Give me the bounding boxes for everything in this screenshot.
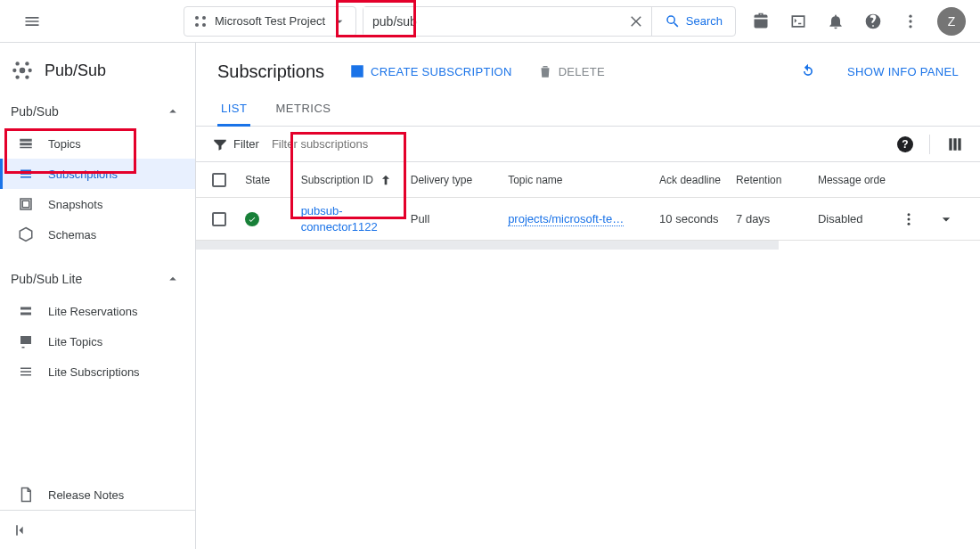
nav-item-label: Lite Topics xyxy=(48,335,102,348)
svg-point-12 xyxy=(15,75,19,78)
service-title: Pub/Sub xyxy=(45,61,106,80)
help-button[interactable] xyxy=(855,4,891,39)
row-delivery-type: Pull xyxy=(411,212,508,225)
delete-button[interactable]: Delete xyxy=(537,63,605,79)
main-header: Subscriptions Create Subscription Delete… xyxy=(196,43,980,94)
notifications-button[interactable] xyxy=(818,4,853,39)
nav-item-snapshots[interactable]: Snapshots xyxy=(0,189,195,219)
nav-item-label: Lite Subscriptions xyxy=(48,365,140,379)
more-button[interactable] xyxy=(893,4,928,39)
row-expand-button[interactable] xyxy=(937,210,955,228)
nav-group-pubsub[interactable]: Pub/Sub xyxy=(0,94,195,128)
col-header-ack-deadline[interactable]: Ack deadline xyxy=(659,174,736,186)
column-toggle-button[interactable] xyxy=(946,135,964,153)
nav-item-topics[interactable]: Topics xyxy=(0,128,195,159)
row-ack-deadline: 10 seconds xyxy=(659,212,736,225)
horizontal-scrollbar[interactable] xyxy=(196,241,779,250)
show-info-panel-button[interactable]: SHOW INFO PANEL xyxy=(847,65,959,78)
create-subscription-button[interactable]: Create Subscription xyxy=(349,63,512,79)
search-button[interactable]: Search xyxy=(651,7,735,36)
more-vert-icon xyxy=(902,12,919,30)
table-header-row: State Subscription ID Delivery type Topi… xyxy=(196,162,980,198)
nav-item-lite-subscriptions[interactable]: Lite Subscriptions xyxy=(0,356,195,387)
avatar-initial: Z xyxy=(948,14,956,29)
chevron-up-icon xyxy=(165,271,181,287)
nav-item-label: Lite Reservations xyxy=(48,305,137,318)
svg-point-1 xyxy=(202,16,206,20)
svg-point-9 xyxy=(29,69,32,72)
svg-point-2 xyxy=(195,23,199,27)
filter-input[interactable] xyxy=(268,134,888,154)
col-header-topic-name[interactable]: Topic name xyxy=(508,174,659,186)
col-header-state[interactable]: State xyxy=(245,174,301,186)
create-subscription-label: Create Subscription xyxy=(371,65,512,78)
cloud-shell-button[interactable] xyxy=(780,4,816,39)
sidebar: Pub/Sub Pub/Sub Topics Subscriptions Sna… xyxy=(0,43,196,549)
lite-topics-icon xyxy=(18,333,34,349)
nav-item-release-notes[interactable]: Release Notes xyxy=(0,479,195,510)
search-clear-button[interactable] xyxy=(623,13,651,29)
top-bar: Microsoft Test Project Search Z xyxy=(0,0,980,43)
svg-point-16 xyxy=(908,222,911,225)
svg-point-0 xyxy=(195,16,199,20)
col-header-message-ordering[interactable]: Message orde xyxy=(818,174,889,186)
svg-point-6 xyxy=(909,25,911,28)
svg-point-3 xyxy=(202,23,206,27)
release-notes-icon xyxy=(18,487,34,503)
col-header-delivery-type[interactable]: Delivery type xyxy=(411,174,508,186)
refresh-button[interactable] xyxy=(794,57,822,86)
select-all-checkbox[interactable] xyxy=(212,173,226,187)
filter-help-button[interactable]: ? xyxy=(897,136,913,152)
project-picker[interactable]: Microsoft Test Project xyxy=(184,6,356,37)
nav-group-pubsublite[interactable]: Pub/Sub Lite xyxy=(0,262,195,296)
col-header-subscription-id-label: Subscription ID xyxy=(301,174,373,186)
pubsub-icon xyxy=(11,59,34,82)
nav-item-subscriptions[interactable]: Subscriptions xyxy=(0,159,195,189)
search-container: Search xyxy=(363,6,736,37)
add-icon xyxy=(349,63,365,79)
row-message-ordering: Disabled xyxy=(818,212,889,225)
delete-label: Delete xyxy=(559,65,605,78)
collapse-icon xyxy=(12,521,30,539)
main-content: Subscriptions Create Subscription Delete… xyxy=(196,43,980,549)
svg-point-8 xyxy=(12,69,16,72)
nav-menu-button[interactable] xyxy=(14,4,50,39)
search-icon xyxy=(665,13,681,29)
gift-button[interactable] xyxy=(743,4,779,39)
schemas-icon xyxy=(18,226,34,242)
filter-bar: Filter ? xyxy=(196,127,980,162)
nav-item-lite-reservations[interactable]: Lite Reservations xyxy=(0,296,195,326)
svg-point-11 xyxy=(25,61,29,65)
refresh-icon xyxy=(799,62,817,80)
more-vert-icon xyxy=(901,211,917,227)
account-avatar[interactable]: Z xyxy=(937,7,966,36)
page-title: Subscriptions xyxy=(217,61,324,82)
topic-name-link[interactable]: projects/microsoft-te… xyxy=(508,212,624,226)
tab-metrics[interactable]: METRICS xyxy=(272,94,334,126)
sort-asc-icon xyxy=(379,173,393,187)
chevron-down-icon xyxy=(332,14,347,29)
help-icon xyxy=(864,12,882,30)
search-input[interactable] xyxy=(363,7,623,36)
search-button-label: Search xyxy=(686,14,723,28)
filter-label: Filter xyxy=(212,136,259,152)
subscription-id-link[interactable]: pubsub-connector1122 xyxy=(301,204,378,234)
trash-icon xyxy=(537,63,553,79)
filter-label-text: Filter xyxy=(233,137,259,151)
gift-icon xyxy=(752,12,770,30)
row-checkbox[interactable] xyxy=(212,212,226,226)
project-name: Microsoft Test Project xyxy=(215,14,325,28)
sidebar-collapse-button[interactable] xyxy=(0,510,195,549)
nav-item-schemas[interactable]: Schemas xyxy=(0,219,195,250)
row-actions-button[interactable] xyxy=(901,211,917,227)
nav-group-pubsublite-label: Pub/Sub Lite xyxy=(11,272,82,286)
svg-point-7 xyxy=(20,68,26,74)
tab-list[interactable]: LIST xyxy=(217,94,250,127)
col-header-subscription-id[interactable]: Subscription ID xyxy=(301,173,411,187)
col-header-retention[interactable]: Retention xyxy=(736,174,818,186)
close-icon xyxy=(629,13,645,29)
subscriptions-icon xyxy=(18,166,34,182)
svg-point-15 xyxy=(908,217,911,220)
bell-icon xyxy=(827,12,845,30)
nav-item-lite-topics[interactable]: Lite Topics xyxy=(0,326,195,356)
